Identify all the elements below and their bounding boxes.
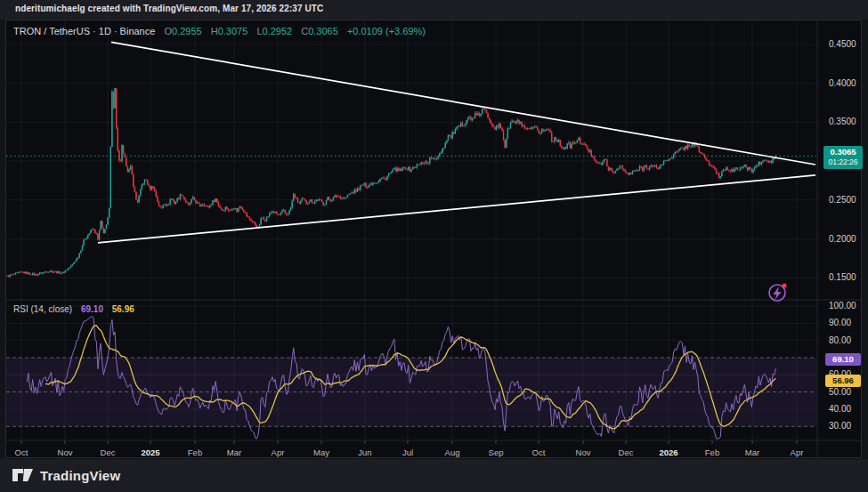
change-value: +0.0109 (+3.69%) — [347, 26, 426, 36]
time-axis-label: Nov — [58, 448, 73, 457]
time-axis-label: Oct — [15, 448, 28, 457]
axis-label: 0.2500 — [829, 195, 856, 206]
axis-label: 50.00 — [829, 387, 851, 398]
rsi-ma-value-badge: 56.96 — [825, 375, 861, 387]
time-axis-label: Aug — [445, 448, 460, 457]
time-axis-label: Oct — [532, 448, 546, 457]
high-value: 0.3075 — [218, 26, 248, 36]
tradingview-logo-text: TradingView — [40, 468, 120, 483]
axis-label: 0.4000 — [829, 78, 856, 89]
time-axis-label: Feb — [188, 448, 202, 457]
open-value: 0.2955 — [172, 26, 202, 36]
time-axis-label: Feb — [705, 448, 719, 457]
axis-label: 30.00 — [829, 421, 851, 432]
axis-label: 90.00 — [829, 318, 851, 328]
technicals-gauge-icon[interactable] — [769, 283, 787, 301]
time-axis-label: Mar — [745, 448, 759, 457]
open-label: O — [164, 26, 172, 36]
time-axis-label: Apr — [791, 448, 804, 457]
attribution-text: nderitumichaelg created with TradingView… — [15, 4, 323, 13]
tradingview-logo-icon — [12, 467, 34, 483]
time-axis-label: Dec — [101, 448, 116, 457]
close-label: C — [301, 26, 308, 36]
last-price-value: 0.3065 — [823, 146, 863, 157]
axis-label: 0.1500 — [829, 272, 856, 283]
rsi-title[interactable]: RSI (14, close) — [13, 304, 72, 314]
time-axis-label: Jul — [402, 448, 413, 457]
rsi-legend: RSI (14, close) 69.10 56.96 — [13, 304, 134, 314]
axis-label: 100.00 — [829, 301, 856, 311]
time-axis-label: 2025 — [141, 448, 159, 457]
chart-canvas[interactable] — [0, 0, 868, 492]
time-axis-label: May — [313, 448, 329, 457]
time-axis-label: Mar — [227, 448, 241, 457]
axis-label: 80.00 — [829, 335, 851, 346]
time-axis-label: Apr — [272, 448, 285, 457]
time-axis-label: Sep — [489, 448, 504, 457]
rsi-value-badge: 69.10 — [825, 353, 861, 366]
tradingview-logo[interactable]: TradingView — [12, 467, 120, 483]
time-axis-label: Nov — [576, 448, 591, 457]
low-value: 0.2952 — [263, 26, 293, 36]
close-value: 0.3065 — [308, 26, 338, 36]
rsi-value: 69.10 — [81, 304, 103, 314]
symbol-title[interactable]: TRON / TetherUS · 1D · Binance — [13, 26, 155, 36]
axis-label: 0.4500 — [829, 39, 856, 50]
axis-label: 40.00 — [829, 404, 851, 415]
time-axis-label: Jun — [358, 448, 371, 457]
time-axis-label: Dec — [619, 448, 634, 457]
time-axis-label: 2026 — [659, 448, 677, 457]
axis-label: 0.3500 — [829, 117, 856, 127]
rsi-ma-value: 56.96 — [112, 304, 134, 314]
last-price-badge: 0.3065 01:22:26 — [823, 146, 863, 169]
bar-countdown: 01:22:26 — [823, 157, 863, 167]
high-label: H — [211, 26, 218, 36]
axis-label: 0.2000 — [829, 234, 856, 245]
symbol-legend: TRON / TetherUS · 1D · Binance O0.2955 H… — [13, 26, 426, 36]
